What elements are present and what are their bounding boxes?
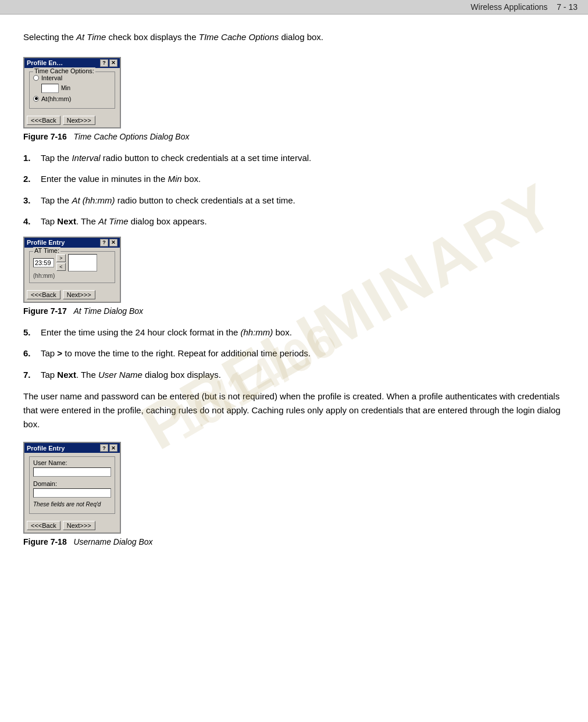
step-4: 4. Tap Next. The At Time dialog box appe… [23,215,565,228]
min-input-row: Min [41,84,111,93]
min-input[interactable] [41,84,59,93]
username-input[interactable] [33,467,111,477]
figure17-text: At Time Dialog Box [73,306,143,316]
page-number: 7 - 13 [557,2,578,12]
time-left-btn[interactable]: < [56,263,66,271]
figure16-text: Time Cache Options Dialog Box [73,132,189,141]
time-input[interactable]: 23:59 [33,258,54,267]
at-label: At(hh:mm) [41,95,71,102]
dialog18-titlebar: Profile Entry ? ✕ [24,443,120,453]
step4-num: 4. [23,215,35,228]
at-time-group-label: AT Time: [33,247,60,254]
username-group: User Name: Domain: These fields are not … [29,456,115,514]
dialog16-footer: <<<Back Next>>> [24,115,120,127]
step5-num: 5. [23,326,35,339]
step-3: 3. Tap the At (hh:mm) radio button to ch… [23,194,565,208]
intro-paragraph: Selecting the At Time check box displays… [23,31,565,44]
at-radio[interactable] [33,96,39,102]
dialog18-title: Profile Entry [27,445,65,452]
steps-1-4: 1. Tap the Interval radio button to chec… [23,152,565,228]
not-required-label: These fields are not Req'd [33,501,111,507]
dialog16-titlebar: Profile En… ? ✕ [24,58,120,68]
step-6: 6. Tap > to move the time to the right. … [23,347,565,360]
dialog-fig17: Profile Entry ? ✕ AT Time: 23:59 > < [23,237,121,303]
dialog-fig18: Profile Entry ? ✕ User Name: Domain: The… [23,442,121,534]
titlebar-buttons: ? ✕ [100,59,117,67]
close18-button[interactable]: ✕ [109,444,117,452]
username-label: User Name: [33,459,111,466]
close17-button[interactable]: ✕ [109,239,117,246]
figure16-label: Figure 7-16 [23,132,67,141]
time-right-btn[interactable]: > [56,254,66,262]
figure17-label: Figure 7-17 [23,306,67,316]
step7-text: Tap Next. The User Name dialog box displ… [41,369,221,382]
figure18-label: Figure 7-18 [23,537,67,546]
group-label: Time Cache Options: [33,67,95,74]
figure16-caption: Figure 7-16 Time Cache Options Dialog Bo… [23,132,565,141]
interval-label: Interval [41,74,62,81]
step5-text: Enter the time using the 24 hour clock f… [41,326,292,339]
dialog17-title: Profile Entry [27,239,65,246]
step-5: 5. Enter the time using the 24 hour cloc… [23,326,565,339]
hhmm-label: (hh:mm) [33,273,111,279]
dialog-fig16: Profile En… ? ✕ Time Cache Options: Inte… [23,57,121,128]
dialog17-titlebar: Profile Entry ? ✕ [24,238,120,248]
step6-num: 6. [23,347,35,360]
step1-num: 1. [23,152,35,165]
step4-text: Tap Next. The At Time dialog box appears… [41,215,207,228]
step-7: 7. Tap Next. The User Name dialog box di… [23,369,565,382]
next17-button[interactable]: Next>>> [63,290,95,299]
body-paragraph: The user name and password can be entere… [23,389,565,431]
time-list [68,254,97,271]
step3-num: 3. [23,194,35,208]
titlebar18-buttons: ? ✕ [100,444,117,452]
step2-text: Enter the value in minutes in the Min bo… [41,173,201,186]
step7-num: 7. [23,369,35,382]
step6-text: Tap > to move the time to the right. Rep… [41,347,311,360]
steps-5-7: 5. Enter the time using the 24 hour cloc… [23,326,565,382]
at-time-row: 23:59 > < [33,254,111,271]
at-radio-row: At(hh:mm) [33,95,111,102]
help17-button[interactable]: ? [100,239,108,246]
step1-text: Tap the Interval radio button to check c… [41,152,311,165]
time-cache-group: Time Cache Options: Interval Min At(hh:m… [29,72,115,109]
page-header: Wireless Applications 7 - 13 [0,0,588,15]
min-label: Min [61,85,70,91]
step-2: 2. Enter the value in minutes in the Min… [23,173,565,186]
dialog18-footer: <<<Back Next>>> [24,520,120,532]
help-button[interactable]: ? [100,59,108,67]
close-button[interactable]: ✕ [109,59,117,67]
interval-radio[interactable] [33,75,39,81]
titlebar17-buttons: ? ✕ [100,239,117,246]
back18-button[interactable]: <<<Back [27,521,60,530]
figure17-caption: Figure 7-17 At Time Dialog Box [23,306,565,316]
help18-button[interactable]: ? [100,444,108,452]
interval-radio-row: Interval [33,74,111,81]
header-title: Wireless Applications [471,2,547,12]
next18-button[interactable]: Next>>> [63,521,95,530]
at-time-group: AT Time: 23:59 > < (hh:mm) [29,251,115,283]
step2-num: 2. [23,173,35,186]
back17-button[interactable]: <<<Back [27,290,60,299]
domain-input[interactable] [33,488,111,498]
time-buttons: > < [56,254,66,271]
figure18-caption: Figure 7-18 Username Dialog Box [23,537,565,546]
next-button[interactable]: Next>>> [63,116,95,125]
dialog16-title: Profile En… [27,59,63,66]
step3-text: Tap the At (hh:mm) radio button to check… [41,194,295,208]
dialog17-footer: <<<Back Next>>> [24,289,120,302]
back-button[interactable]: <<<Back [27,116,60,125]
figure18-text: Username Dialog Box [73,537,152,546]
domain-label: Domain: [33,480,111,487]
step-1: 1. Tap the Interval radio button to chec… [23,152,565,165]
